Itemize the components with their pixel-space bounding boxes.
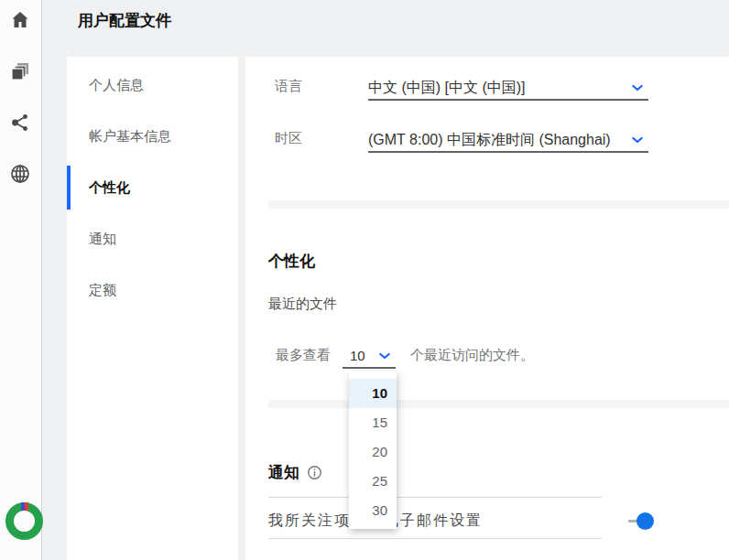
collections-icon[interactable] xyxy=(9,60,33,84)
info-icon[interactable] xyxy=(307,465,322,480)
language-select[interactable]: 中文 (中国) [中文 (中国)] xyxy=(368,77,648,101)
recent-files-count-value: 10 xyxy=(343,348,377,363)
row-divider xyxy=(268,538,602,539)
timezone-label: 时区 xyxy=(275,130,302,147)
max-view-prefix: 最多查看 xyxy=(276,347,331,364)
max-view-suffix: 个最近访问的文件。 xyxy=(410,347,534,364)
language-value: 中文 (中国) [中文 (中国)] xyxy=(368,79,630,98)
settings-sidebar: 个人信息 帐户基本信息 个性化 通知 定额 xyxy=(67,57,238,560)
sidebar-item-label: 帐户基本信息 xyxy=(89,128,171,145)
sidebar-item-personalization[interactable]: 个性化 xyxy=(67,162,238,213)
brand-logo xyxy=(5,502,43,540)
sidebar-item-label: 定额 xyxy=(89,282,116,299)
recent-files-count-select[interactable]: 10 xyxy=(343,344,396,369)
left-rail xyxy=(0,0,42,560)
globe-icon[interactable] xyxy=(9,163,33,187)
notifications-heading: 通知 xyxy=(268,462,322,483)
page-title: 用户配置文件 xyxy=(78,10,171,31)
timezone-value: (GMT 8:00) 中国标准时间 (Shanghai) xyxy=(368,131,630,150)
section-divider-band xyxy=(268,400,729,408)
sidebar-item-account-basics[interactable]: 帐户基本信息 xyxy=(67,111,238,162)
home-icon[interactable] xyxy=(9,9,33,33)
timezone-select[interactable]: (GMT 8:00) 中国标准时间 (Shanghai) xyxy=(368,129,648,153)
dropdown-option-25[interactable]: 25 xyxy=(349,467,397,496)
row-divider xyxy=(268,497,602,498)
sidebar-item-label: 个人信息 xyxy=(89,77,144,94)
recent-files-label: 最近的文件 xyxy=(268,296,337,313)
email-notification-toggle[interactable] xyxy=(628,512,654,530)
language-label: 语言 xyxy=(275,78,302,95)
settings-nav: 个人信息 帐户基本信息 个性化 通知 定额 xyxy=(67,57,238,316)
chevron-down-icon xyxy=(630,81,645,95)
recent-files-count-dropdown: 10 15 20 25 30 xyxy=(349,372,397,529)
sidebar-item-personal-info[interactable]: 个人信息 xyxy=(67,59,238,111)
dropdown-option-15[interactable]: 15 xyxy=(349,408,397,437)
dropdown-option-20[interactable]: 20 xyxy=(349,437,397,467)
chevron-down-icon xyxy=(630,133,645,147)
profile-settings-panel: 语言 中文 (中国) [中文 (中国)] 时区 (GMT 8:00) 中国标准时… xyxy=(245,57,729,560)
active-indicator-bar xyxy=(67,166,71,210)
chevron-down-icon xyxy=(377,349,392,363)
sidebar-item-label: 通知 xyxy=(89,231,116,248)
section-divider-band xyxy=(268,200,729,209)
sidebar-item-quota[interactable]: 定额 xyxy=(67,264,238,316)
personalization-heading-text: 个性化 xyxy=(268,251,315,272)
dropdown-option-10[interactable]: 10 xyxy=(349,379,397,408)
sidebar-item-label: 个性化 xyxy=(89,179,130,197)
share-icon[interactable] xyxy=(9,112,33,135)
dropdown-option-30[interactable]: 30 xyxy=(349,496,397,525)
notifications-heading-text: 通知 xyxy=(268,462,299,483)
sidebar-item-notifications[interactable]: 通知 xyxy=(67,213,238,264)
toggle-knob xyxy=(637,512,654,530)
personalization-heading: 个性化 xyxy=(268,251,315,272)
